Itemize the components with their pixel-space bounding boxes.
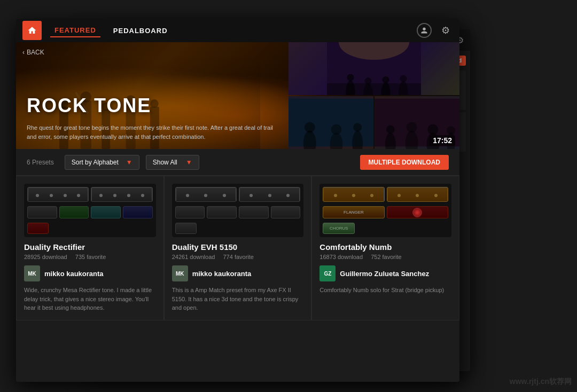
creator-avatar: GZ [319, 265, 336, 281]
preset-description: Wide, crunchy Mesa Rectifier tone. I mad… [24, 286, 156, 312]
svg-point-19 [400, 75, 407, 82]
pedal-unit [175, 206, 205, 218]
preset-card-duality-evh[interactable]: Duality EVH 5150 24261 download 774 favo… [164, 176, 312, 320]
creator-name: Guillermo Zulueta Sanchez [340, 270, 429, 278]
controls-bar: 6 Presets Sort by Alphabet ▼ Show All ▼ … [16, 149, 459, 176]
pedal-image: FLANGER CHORUS [319, 184, 451, 237]
svg-point-17 [382, 76, 389, 83]
svg-point-33 [407, 122, 417, 133]
chevron-left-icon: ‹ [22, 49, 25, 56]
nav-featured[interactable]: FEATURED [50, 24, 100, 37]
band-photo-2 [288, 96, 373, 149]
creator-row: MK mikko kaukoranta [24, 265, 156, 281]
filter-label: Show All [153, 159, 177, 166]
presets-grid: Duality Rectifier 28925 download 735 fav… [16, 176, 459, 320]
band-photo-3: 17:52 [375, 96, 459, 149]
svg-rect-20 [327, 83, 421, 95]
svg-point-35 [427, 124, 438, 135]
home-button[interactable] [22, 21, 42, 40]
pedal-unit [27, 206, 57, 218]
amp-unit [175, 187, 237, 202]
preset-name: Duality Rectifier [24, 242, 156, 252]
pedal-image [172, 184, 304, 237]
front-header: FEATURED PEDALBOARD ⚙ [16, 19, 459, 42]
pedal-unit [123, 206, 153, 218]
pedal-unit: CHORUS [323, 223, 355, 234]
svg-point-37 [447, 126, 455, 135]
header-icons: ⚙ [417, 23, 453, 38]
pedal-unit: FLANGER [323, 206, 384, 218]
svg-point-24 [305, 122, 315, 133]
preset-name: Comfortably Numb [319, 242, 451, 252]
preset-description: This is a Amp Match preset from my Axe F… [172, 286, 304, 312]
band-photo-1 [288, 42, 459, 95]
chevron-down-icon: ▼ [186, 159, 192, 166]
sort-dropdown[interactable]: Sort by Alphabet ▼ [65, 155, 139, 170]
svg-point-26 [331, 124, 342, 135]
svg-point-13 [347, 74, 354, 81]
preset-name: Duality EVH 5150 [172, 242, 304, 252]
user-icon[interactable] [417, 23, 432, 38]
amp-unit [323, 187, 384, 202]
preset-stats: 16873 download 752 favorite [319, 254, 451, 260]
video-timer: 17:52 [430, 135, 455, 146]
pedal-unit [91, 206, 121, 218]
band-photos-grid: 17:52 [288, 42, 459, 149]
pedal-unit [387, 206, 448, 218]
watermark: www.rjtj.cn软荐网 [510, 377, 572, 387]
presets-count: 6 Presets [27, 159, 54, 166]
chevron-down-icon: ▼ [126, 159, 132, 166]
preset-card-duality-rectifier[interactable]: Duality Rectifier 28925 download 735 fav… [16, 176, 164, 320]
amp-unit [387, 187, 448, 202]
back-button[interactable]: ‹ BACK [22, 49, 44, 56]
creator-avatar: MK [172, 265, 188, 281]
creator-avatar: MK [24, 265, 40, 281]
svg-point-28 [353, 123, 362, 131]
settings-icon[interactable]: ⚙ [438, 23, 453, 38]
hero-title: ROCK TONE [27, 95, 151, 117]
amp-unit [91, 187, 152, 202]
pedal-unit [27, 223, 49, 234]
multiple-download-button[interactable]: Multiple Download [360, 155, 449, 170]
front-app-window: FEATURED PEDALBOARD ⚙ [16, 19, 459, 382]
pedal-unit [271, 206, 301, 218]
pedal-unit [59, 206, 89, 218]
creator-name: mikko kaukoranta [192, 270, 252, 278]
filter-dropdown[interactable]: Show All ▼ [146, 155, 199, 170]
creator-row: GZ Guillermo Zulueta Sanchez [319, 265, 451, 281]
creator-name: mikko kaukoranta [44, 270, 104, 278]
amp-unit [239, 187, 300, 202]
creator-row: MK mikko kaukoranta [172, 265, 304, 281]
hero-banner: ‹ BACK ROCK TONE Rhe quest for great ton… [16, 42, 459, 149]
pedal-unit [207, 206, 237, 218]
pedal-image [24, 184, 156, 237]
preset-card-comfortably-numb[interactable]: FLANGER CHORUS Comfortably Numb 16873 do… [311, 176, 459, 320]
pedal-unit [175, 223, 197, 234]
preset-stats: 24261 download 774 favorite [172, 254, 304, 260]
svg-point-31 [386, 125, 395, 134]
nav-pedalboard[interactable]: PEDALBOARD [109, 25, 172, 37]
hero-description: Rhe quest for great tone begins the mome… [27, 123, 278, 141]
amp-unit [27, 187, 89, 202]
pedal-unit [239, 206, 269, 218]
sort-label: Sort by Alphabet [72, 159, 119, 166]
preset-description: Comfortably Numb solo for Strat (bridge … [319, 286, 451, 295]
preset-stats: 28925 download 735 favorite [24, 254, 156, 260]
